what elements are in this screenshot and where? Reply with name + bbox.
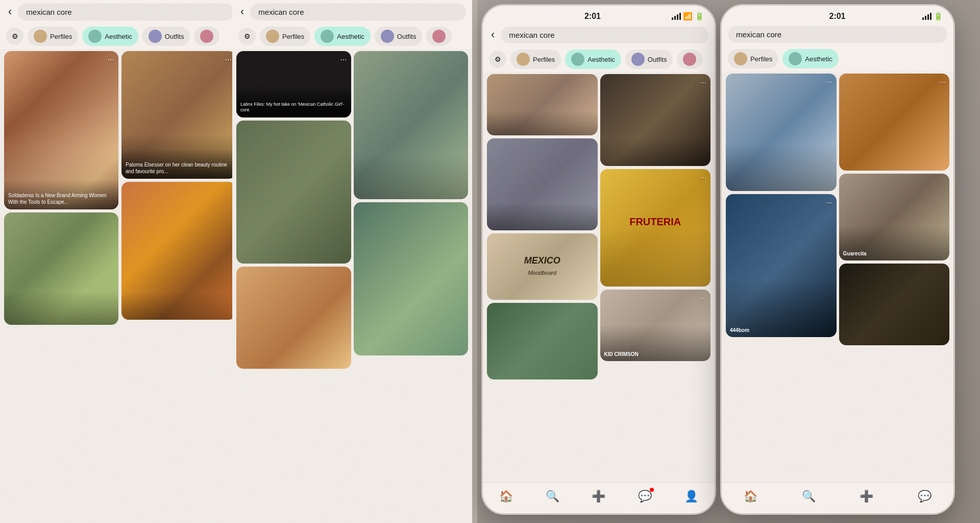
pin-marigold[interactable] <box>121 182 236 320</box>
filter-tabs-1: ⚙ Perfiles Aesthetic Outfits <box>0 23 240 49</box>
pin-dark4[interactable] <box>839 264 950 345</box>
pin-fruteria[interactable]: FRUTERIA ··· <box>600 169 711 287</box>
pin-dots-mirror[interactable]: ··· <box>700 78 706 86</box>
pin-mexico-text[interactable]: MEXICOMoodboard <box>487 233 598 300</box>
tab-avatar-3-extra <box>683 53 696 66</box>
right-panels-area: 2:01 📶 🔋 ‹ mexican core ⚙ P <box>477 0 980 523</box>
nav-chat-3[interactable]: 💬 <box>632 488 658 505</box>
tab-avatar-aesthetic-2 <box>321 30 334 43</box>
label-444bpm: 444bom <box>730 327 749 333</box>
filter-icon-button-2[interactable]: ⚙ <box>238 28 256 45</box>
filter-tabs-3: ⚙ Perfiles Aesthetic Outfits <box>483 46 715 72</box>
status-bar-3: 2:01 📶 🔋 <box>483 6 715 23</box>
wifi-icon-3: 📶 <box>683 12 693 21</box>
pin-guadalupe[interactable] <box>487 138 598 230</box>
pin-virgin[interactable] <box>236 121 351 264</box>
pin-col-4a: ··· ··· 444bom <box>726 74 837 480</box>
tab-perfiles-4[interactable]: Perfiles <box>728 49 778 68</box>
pin-guarecita[interactable]: Guarecita <box>839 174 950 260</box>
pin-col-3a: MEXICOMoodboard <box>487 74 598 480</box>
tab-avatar-perfiles-1 <box>34 30 47 43</box>
main-layout: ‹ mexican core ⚙ Perfiles Aesthetic Outf… <box>0 0 980 523</box>
tab-outfits-1[interactable]: Outfits <box>142 27 190 46</box>
tab-extra-2[interactable] <box>426 27 452 46</box>
tab-extra-3[interactable] <box>677 50 702 69</box>
tab-aesthetic-4[interactable]: Aesthetic <box>782 49 838 68</box>
pin-plant-window[interactable] <box>487 303 598 379</box>
tab-outfits-2[interactable]: Outfits <box>375 27 423 46</box>
nav-profile-3[interactable]: 👤 <box>678 488 704 505</box>
search-input-4[interactable]: mexican core <box>728 26 947 43</box>
panel-1: ‹ mexican core ⚙ Perfiles Aesthetic Outf… <box>0 0 240 523</box>
pin-street[interactable] <box>354 51 469 199</box>
pin-dancer[interactable] <box>236 267 351 369</box>
pin-dots-fruteria[interactable]: ··· <box>700 173 706 181</box>
tab-avatar-3-aesthetic <box>571 53 584 66</box>
pin-dots-latinx[interactable]: ··· <box>340 55 347 64</box>
filter-icon-button-1[interactable]: ⚙ <box>6 28 23 45</box>
nav-add-3[interactable]: ➕ <box>585 488 611 505</box>
search-input-3[interactable]: mexican core <box>501 27 708 43</box>
nav-home-3[interactable]: 🏠 <box>493 488 519 505</box>
kid-crimson-label: KID CRIMSON <box>604 351 639 357</box>
tab-extra-1[interactable] <box>194 27 219 46</box>
tab-aesthetic-2[interactable]: Aesthetic <box>314 27 370 46</box>
time-3: 2:01 <box>584 12 601 21</box>
pin-grid-3: MEXICOMoodboard ··· FRUTERIA ··· <box>483 72 715 482</box>
search-bar-1: ‹ mexican core <box>0 0 240 23</box>
pin-col-4b: ··· Guarecita <box>839 74 950 480</box>
back-button-3[interactable]: ‹ <box>489 26 497 43</box>
time-4: 2:01 <box>829 12 845 21</box>
nav-search-4[interactable]: 🔍 <box>796 488 822 505</box>
search-bar-4: mexican core <box>722 23 953 46</box>
pin-woman-headscarf[interactable] <box>487 74 598 135</box>
pin-title-soldaderas: Soldaderas Is a New Brand Arming Women W… <box>4 180 118 209</box>
status-icons-3: 📶 🔋 <box>672 12 704 21</box>
pin-dancers2[interactable] <box>354 202 469 355</box>
tab-perfiles-3[interactable]: Perfiles <box>510 50 561 69</box>
tab-avatar-extra-1 <box>200 30 213 43</box>
pin-grid-2: ··· Latinx Files: My hot take on 'Mexica… <box>232 49 472 523</box>
nav-chat-4[interactable]: 💬 <box>912 488 938 505</box>
search-input-2[interactable]: mexican core <box>250 4 466 20</box>
tab-avatar-extra-2 <box>432 30 446 43</box>
status-bar-4: 2:01 🔋 <box>722 6 953 23</box>
pin-dots-market4[interactable]: ··· <box>939 78 945 86</box>
nav-search-3[interactable]: 🔍 <box>540 488 566 505</box>
filter-tabs-2: ⚙ Perfiles Aesthetic Outfits <box>232 23 472 49</box>
filter-icon-button-3[interactable]: ⚙ <box>489 51 506 68</box>
pin-paloma[interactable]: ··· Paloma Elsesser on her clean beauty … <box>121 51 236 179</box>
nav-home-4[interactable]: 🏠 <box>738 488 764 505</box>
tab-avatar-outfits-2 <box>381 30 394 43</box>
filter-tabs-4: Perfiles Aesthetic <box>722 46 953 72</box>
pin-kid-crimson[interactable]: ··· KID CRIMSON <box>600 290 711 361</box>
pin-soldaderas[interactable]: ··· Soldaderas Is a New Brand Arming Wom… <box>4 51 118 209</box>
notif-dot-3 <box>650 488 654 492</box>
pin-latinx[interactable]: ··· Latinx Files: My hot take on 'Mexica… <box>236 51 351 117</box>
pin-grid-1: ··· Soldaderas Is a New Brand Arming Wom… <box>0 49 240 523</box>
status-icons-4: 🔋 <box>922 12 943 21</box>
search-input-1[interactable]: mexican core <box>18 4 234 20</box>
tab-perfiles-1[interactable]: Perfiles <box>28 27 78 46</box>
tab-aesthetic-3[interactable]: Aesthetic <box>565 50 621 69</box>
tab-avatar-aesthetic-1 <box>88 30 102 43</box>
pin-col-1a: ··· Soldaderas Is a New Brand Arming Wom… <box>4 51 118 521</box>
tab-aesthetic-1[interactable]: Aesthetic <box>82 27 138 46</box>
pin-colorful-woman[interactable]: ··· 444bom <box>726 194 837 337</box>
nav-add-4[interactable]: ➕ <box>853 488 879 505</box>
pin-tejuino[interactable] <box>4 212 118 325</box>
pin-dots-colorful4[interactable]: ··· <box>826 198 832 206</box>
back-button-1[interactable]: ‹ <box>6 3 14 20</box>
pin-woman-white[interactable]: ··· <box>726 74 837 191</box>
pin-dots-woman4[interactable]: ··· <box>826 78 832 86</box>
tab-perfiles-2[interactable]: Perfiles <box>260 27 310 46</box>
back-button-2[interactable]: ‹ <box>238 3 246 20</box>
pin-dots-paloma[interactable]: ··· <box>225 55 232 64</box>
pin-col-1b: ··· Paloma Elsesser on her clean beauty … <box>121 51 236 521</box>
pin-market4[interactable]: ··· <box>839 74 950 171</box>
pin-dots-soldaderas[interactable]: ··· <box>108 55 114 64</box>
pin-mirror-room[interactable]: ··· <box>600 74 711 166</box>
pin-dots-kidcrimson[interactable]: ··· <box>700 294 706 302</box>
tab-outfits-3[interactable]: Outfits <box>625 50 673 69</box>
search-bar-2: ‹ mexican core <box>232 0 472 23</box>
